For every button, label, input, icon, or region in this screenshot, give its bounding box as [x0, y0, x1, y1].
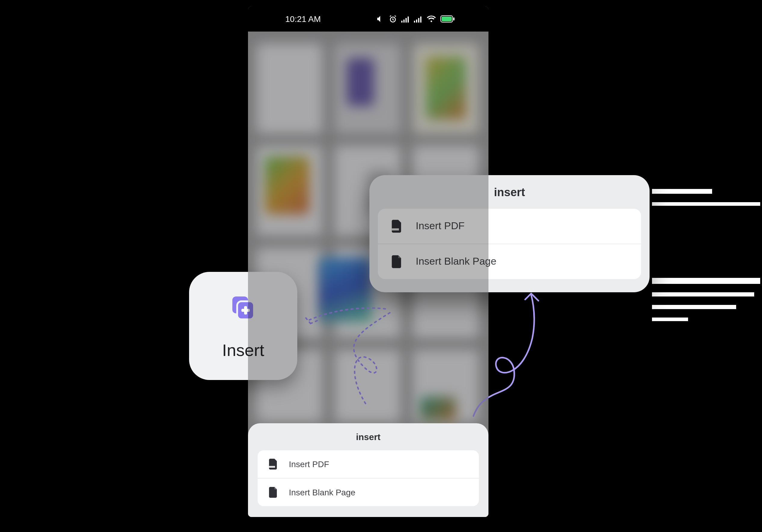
svg-rect-12: [269, 466, 275, 468]
svg-rect-6: [416, 19, 417, 22]
document-blank-icon: [268, 487, 278, 498]
svg-rect-7: [418, 18, 419, 22]
volume-icon: [377, 15, 384, 23]
sheet-item-label: Insert Blank Page: [289, 488, 355, 497]
svg-rect-1: [401, 21, 403, 22]
sheet-item-label: Insert PDF: [289, 459, 329, 469]
alarm-icon: [389, 15, 397, 23]
status-bar: 10:21 AM: [248, 6, 489, 32]
svg-rect-5: [414, 21, 415, 22]
svg-rect-2: [403, 19, 405, 22]
sheet-list: Insert PDF Insert Blank Page: [258, 450, 479, 506]
svg-rect-10: [442, 17, 452, 21]
document-pdf-icon: [268, 459, 278, 470]
status-icons: [377, 15, 455, 23]
status-time: 10:21 AM: [285, 14, 321, 24]
svg-rect-3: [406, 18, 407, 22]
signal-icon: [401, 16, 410, 22]
insert-sheet: insert Insert PDF Insert Blank Page: [248, 423, 489, 517]
decoration-lines: [652, 189, 760, 330]
phone-mockup: 10:21 AM: [248, 6, 489, 517]
signal-icon-2: [414, 16, 422, 22]
svg-rect-8: [420, 16, 421, 22]
sheet-title: insert: [258, 432, 479, 442]
sheet-item-insert-pdf[interactable]: Insert PDF: [258, 450, 479, 478]
wifi-icon: [426, 15, 436, 23]
sheet-item-insert-blank[interactable]: Insert Blank Page: [258, 478, 479, 506]
svg-rect-4: [408, 16, 409, 22]
battery-icon: [440, 15, 455, 23]
svg-rect-11: [453, 18, 454, 21]
